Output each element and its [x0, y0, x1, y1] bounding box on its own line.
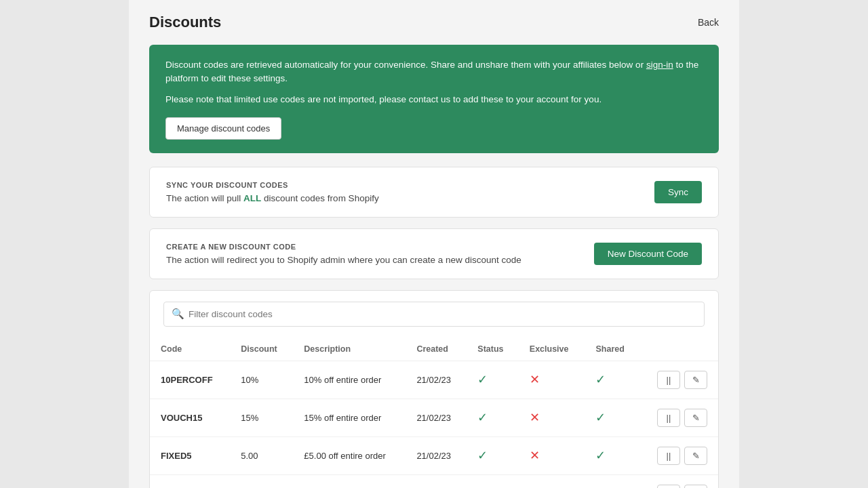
cell-actions: || ✎ [639, 436, 718, 474]
cell-created: 21/02/23 [406, 361, 467, 399]
cell-exclusive: ✕ [519, 474, 585, 488]
action-btns: + ✎ [650, 485, 707, 488]
table-row: REDFRIDAY 80% 80% off entire order 21/02… [150, 474, 718, 488]
action-btns: || ✎ [650, 371, 707, 389]
pause-or-add-button[interactable]: + [657, 485, 680, 488]
create-card-label: CREATE A NEW DISCOUNT CODE [166, 243, 521, 251]
col-actions [639, 338, 718, 361]
create-card: CREATE A NEW DISCOUNT CODE The action wi… [149, 228, 719, 279]
cell-actions: || ✎ [639, 399, 718, 436]
col-created: Created [406, 338, 467, 361]
cell-actions: + ✎ [639, 474, 718, 488]
col-code: Code [150, 338, 230, 361]
sync-card-row: SYNC YOUR DISCOUNT CODES The action will… [166, 181, 702, 203]
banner-text-1: Discount codes are retrieved automatical… [165, 58, 703, 86]
edit-button[interactable]: ✎ [684, 447, 707, 465]
cell-discount: 10% [230, 361, 293, 399]
col-exclusive: Exclusive [519, 338, 585, 361]
info-banner: Discount codes are retrieved automatical… [149, 45, 719, 153]
cell-discount: 5.00 [230, 436, 293, 474]
sync-card-desc: The action will pull ALL discount codes … [166, 193, 379, 203]
cell-created: 21/02/23 [406, 436, 467, 474]
manage-discount-codes-button[interactable]: Manage discount codes [165, 117, 281, 140]
cell-description: 10% off entire order [293, 361, 406, 399]
cell-shared: ✓ [585, 436, 639, 474]
cell-exclusive: ✕ [519, 399, 585, 436]
cell-created: 21/02/23 [406, 474, 467, 488]
search-input[interactable] [163, 302, 705, 327]
cell-status: ✓ [467, 399, 518, 436]
table-row: VOUCH15 15% 15% off entire order 21/02/2… [150, 399, 718, 436]
cell-exclusive: ✕ [519, 436, 585, 474]
cell-discount: 80% [230, 474, 293, 488]
cell-discount: 15% [230, 399, 293, 436]
cell-exclusive: ✕ [519, 361, 585, 399]
sync-card-label: SYNC YOUR DISCOUNT CODES [166, 181, 379, 189]
cell-status: ✓ [467, 361, 518, 399]
page-title: Discounts [149, 14, 221, 31]
create-card-row: CREATE A NEW DISCOUNT CODE The action wi… [166, 243, 702, 265]
col-status: Status [467, 338, 518, 361]
sync-card-content: SYNC YOUR DISCOUNT CODES The action will… [166, 181, 379, 203]
table-header-row: Code Discount Description Created Status… [150, 338, 718, 361]
cell-status: ✓ [467, 436, 518, 474]
cell-code: FIXED5 [150, 436, 230, 474]
action-btns: || ✎ [650, 447, 707, 465]
page-header: Discounts Back [149, 14, 719, 31]
table-body: 10PERCOFF 10% 10% off entire order 21/02… [150, 361, 718, 488]
cell-shared: ✓ [585, 361, 639, 399]
cell-code: REDFRIDAY [150, 474, 230, 488]
sync-card: SYNC YOUR DISCOUNT CODES The action will… [149, 167, 719, 218]
col-description: Description [293, 338, 406, 361]
col-discount: Discount [230, 338, 293, 361]
action-btns: || ✎ [650, 409, 707, 427]
edit-button[interactable]: ✎ [684, 485, 707, 488]
cell-code: 10PERCOFF [150, 361, 230, 399]
create-card-content: CREATE A NEW DISCOUNT CODE The action wi… [166, 243, 521, 265]
pause-or-add-button[interactable]: || [657, 447, 680, 465]
create-card-desc: The action will redirect you to Shopify … [166, 255, 521, 265]
search-icon: 🔍 [172, 308, 184, 320]
banner-text-2: Please note that limited use codes are n… [165, 93, 703, 106]
cell-shared: ✓ [585, 399, 639, 436]
cell-description: £5.00 off entire order [293, 436, 406, 474]
pause-or-add-button[interactable]: || [657, 409, 680, 427]
search-container: 🔍 [163, 302, 705, 327]
new-discount-code-button[interactable]: New Discount Code [594, 243, 702, 265]
cell-created: 21/02/23 [406, 399, 467, 436]
pause-or-add-button[interactable]: || [657, 371, 680, 389]
sync-button[interactable]: Sync [654, 181, 702, 203]
cell-code: VOUCH15 [150, 399, 230, 436]
table-row: FIXED5 5.00 £5.00 off entire order 21/02… [150, 436, 718, 474]
edit-button[interactable]: ✎ [684, 409, 707, 427]
back-button[interactable]: Back [698, 17, 719, 28]
discounts-table: Code Discount Description Created Status… [150, 338, 718, 488]
col-shared: Shared [585, 338, 639, 361]
cell-actions: || ✎ [639, 361, 718, 399]
page-wrapper: Discounts Back Discount codes are retrie… [129, 0, 739, 488]
cell-description: 80% off entire order [293, 474, 406, 488]
table-row: 10PERCOFF 10% 10% off entire order 21/02… [150, 361, 718, 399]
cell-shared: ✕ [585, 474, 639, 488]
sign-in-link[interactable]: sign-in [646, 60, 673, 70]
cell-status: ✓ [467, 474, 518, 488]
discount-table-card: 🔍 Code Discount Description Created Stat… [149, 290, 719, 488]
search-wrap: 🔍 [150, 291, 718, 327]
edit-button[interactable]: ✎ [684, 371, 707, 389]
cell-description: 15% off entire order [293, 399, 406, 436]
